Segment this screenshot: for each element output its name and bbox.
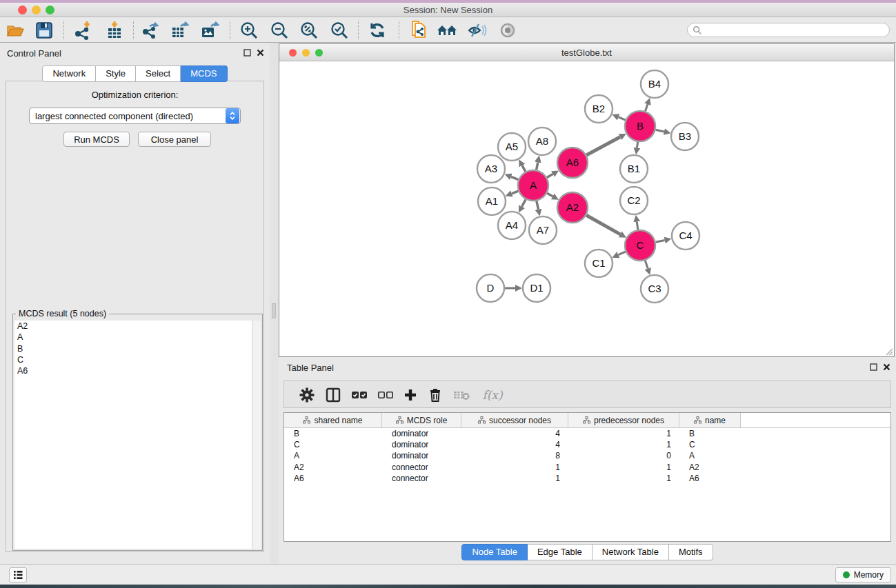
edge-B-B1[interactable]	[637, 142, 637, 148]
run-mcds-button[interactable]: Run MCDS	[63, 132, 130, 147]
node-A8[interactable]: A8	[528, 128, 556, 155]
tab-node-table[interactable]: Node Table	[461, 544, 528, 560]
edge-C-C1[interactable]	[618, 252, 625, 255]
edge-A6-B[interactable]	[586, 137, 620, 155]
cell-predecessor-nodes[interactable]: 1	[568, 474, 679, 483]
column-header-MCDS-role[interactable]: MCDS role	[382, 413, 461, 427]
edge-A-A1[interactable]	[512, 191, 519, 194]
cell-predecessor-nodes[interactable]: 1	[568, 440, 679, 449]
cell-MCDS-role[interactable]: connector	[382, 463, 461, 472]
node-A5[interactable]: A5	[498, 133, 526, 161]
tab-network[interactable]: Network	[42, 65, 96, 82]
node-C4[interactable]: C4	[672, 222, 699, 250]
float-table-panel-icon[interactable]	[870, 363, 877, 371]
edge-A-A6[interactable]	[547, 174, 553, 178]
close-panel-button[interactable]: Close panel	[138, 132, 211, 147]
cell-shared-name[interactable]: A2	[284, 463, 382, 472]
edge-C-C2[interactable]	[637, 222, 638, 230]
tab-select[interactable]: Select	[136, 65, 181, 82]
cell-name[interactable]: A6	[679, 474, 741, 483]
search-input[interactable]	[701, 26, 874, 35]
select-columns-button[interactable]	[323, 385, 344, 405]
cell-name[interactable]: A2	[679, 463, 741, 472]
node-A6[interactable]: A6	[557, 148, 588, 178]
result-item-a6[interactable]: A6	[14, 365, 252, 376]
refresh-button[interactable]	[366, 19, 389, 41]
node-D[interactable]: D	[477, 274, 504, 302]
cell-successor-nodes[interactable]: 4	[461, 429, 568, 438]
criterion-dropdown[interactable]: largest connected component (directed)	[29, 108, 241, 124]
cell-MCDS-role[interactable]: dominator	[382, 429, 461, 438]
export-network-button[interactable]	[139, 19, 162, 41]
table-row[interactable]: A2connector11A2	[284, 462, 890, 473]
open-session-button[interactable]	[3, 19, 27, 41]
zoom-in-button[interactable]	[237, 19, 261, 41]
splitter-grip[interactable]	[272, 303, 276, 318]
result-item-c[interactable]: C	[14, 354, 252, 365]
save-session-button[interactable]	[32, 19, 56, 41]
import-table-button[interactable]	[103, 19, 126, 41]
network-graph[interactable]: B4B2BB3B1A5A8A3A6AA1A2A4A7C2C4CC1C3DD1	[279, 61, 894, 356]
node-B3[interactable]: B3	[671, 123, 699, 150]
select-all-button[interactable]	[349, 385, 370, 405]
edge-A-A5[interactable]	[522, 165, 526, 172]
tab-mcds[interactable]: MCDS	[181, 65, 227, 82]
node-A4[interactable]: A4	[498, 212, 526, 239]
node-B1[interactable]: B1	[620, 155, 648, 183]
cell-MCDS-role[interactable]: connector	[382, 474, 461, 483]
network-from-file-button[interactable]	[408, 19, 431, 41]
task-history-button[interactable]	[9, 567, 27, 582]
node-A1[interactable]: A1	[478, 187, 506, 215]
tab-style[interactable]: Style	[96, 65, 136, 82]
table-row[interactable]: Cdominator41C	[284, 439, 890, 450]
network-window-titlebar[interactable]: testGlobe.txt	[279, 44, 894, 61]
close-table-panel-icon[interactable]	[883, 363, 890, 371]
result-list-scrollbar[interactable]	[252, 321, 261, 549]
edge-A-A7[interactable]	[537, 201, 539, 209]
edge-A2-C[interactable]	[586, 215, 620, 234]
close-panel-icon[interactable]	[257, 49, 264, 57]
cell-successor-nodes[interactable]: 1	[461, 474, 568, 483]
cell-successor-nodes[interactable]: 8	[461, 451, 568, 460]
memory-button[interactable]: Memory	[835, 567, 891, 582]
column-header-predecessor-nodes[interactable]: predecessor nodes	[568, 413, 679, 427]
result-item-a[interactable]: A	[14, 332, 252, 343]
hide-details-button[interactable]	[465, 19, 488, 41]
column-header-shared-name[interactable]: shared name	[284, 413, 382, 427]
table-row[interactable]: A6connector11A6	[284, 473, 890, 484]
cell-MCDS-role[interactable]: dominator	[382, 451, 461, 460]
add-row-button[interactable]	[400, 385, 421, 405]
edge-C-C3[interactable]	[645, 261, 648, 269]
import-network-button[interactable]	[71, 19, 94, 41]
edge-B-B3[interactable]	[655, 130, 664, 132]
delete-row-button[interactable]	[425, 385, 446, 405]
float-panel-icon[interactable]	[243, 49, 251, 57]
table-row[interactable]: Bdominator41B	[284, 428, 890, 439]
node-D1[interactable]: D1	[523, 274, 550, 302]
node-C2[interactable]: C2	[620, 187, 648, 214]
cell-successor-nodes[interactable]: 4	[461, 440, 568, 449]
cell-shared-name[interactable]: A6	[284, 474, 382, 483]
cell-predecessor-nodes[interactable]: 1	[568, 463, 679, 472]
result-item-b[interactable]: B	[14, 343, 252, 354]
export-image-button[interactable]	[198, 19, 221, 41]
function-builder-button[interactable]: f(x)	[477, 385, 508, 405]
node-A3[interactable]: A3	[477, 155, 505, 183]
cell-shared-name[interactable]: C	[284, 440, 382, 449]
resize-grip-icon[interactable]	[884, 346, 893, 356]
node-C1[interactable]: C1	[585, 250, 613, 277]
cell-name[interactable]: B	[679, 429, 741, 438]
column-header-name[interactable]: name	[679, 413, 741, 427]
cell-name[interactable]: A	[679, 451, 741, 460]
node-A2[interactable]: A2	[557, 192, 588, 223]
node-A7[interactable]: A7	[529, 216, 557, 244]
column-header-successor-nodes[interactable]: successor nodes	[461, 413, 568, 427]
table-settings-button[interactable]	[297, 385, 317, 405]
zoom-fit-button[interactable]	[297, 19, 321, 41]
cell-predecessor-nodes[interactable]: 0	[568, 451, 679, 460]
cell-MCDS-role[interactable]: dominator	[382, 440, 461, 449]
home-layout-button[interactable]	[435, 19, 459, 41]
node-A[interactable]: A	[518, 170, 548, 201]
edge-A-A3[interactable]	[511, 176, 519, 179]
zoom-selected-button[interactable]	[328, 19, 351, 41]
